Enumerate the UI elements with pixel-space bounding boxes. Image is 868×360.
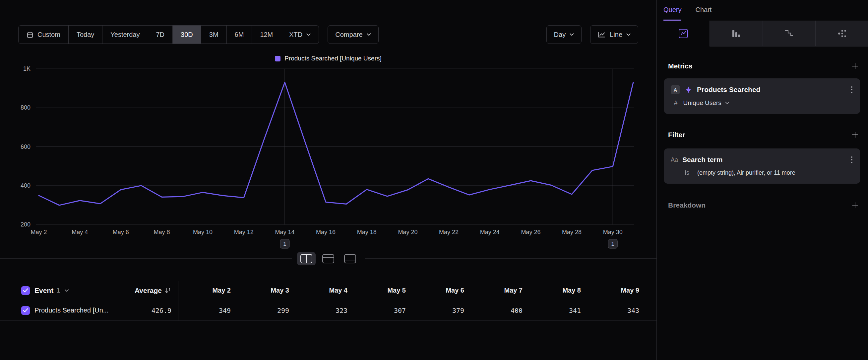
bar-chart-icon — [731, 29, 741, 38]
event-dropdown-icon[interactable] — [65, 289, 69, 292]
svg-text:1: 1 — [283, 241, 286, 247]
cell-value: 323 — [295, 307, 353, 314]
column-header[interactable]: May 5 — [353, 286, 412, 294]
layout-toggle-split-top[interactable] — [319, 252, 338, 265]
add-metric-button[interactable] — [850, 62, 860, 71]
range-button-custom[interactable]: Custom — [19, 26, 68, 44]
plus-icon — [851, 201, 859, 209]
x-axis-label: May 28 — [562, 229, 582, 236]
filter-operator[interactable]: Is — [685, 169, 689, 176]
x-axis-label: May 12 — [234, 229, 254, 236]
filter-value[interactable]: (empty string), Air purifier, or 11 more — [697, 169, 796, 176]
range-button-3m[interactable]: 3M — [201, 26, 226, 44]
column-header[interactable]: May 3 — [237, 286, 295, 294]
metric-name: Products Searched — [697, 86, 846, 94]
x-axis-label: May 2 — [31, 229, 47, 236]
chart-panel: CustomTodayYesterday7D30D3M6M12MXTD Comp… — [0, 0, 656, 360]
line-chart[interactable]: 1K800600400200May 2May 4May 6May 8May 10… — [0, 62, 640, 250]
x-axis-label: May 20 — [398, 229, 417, 236]
layout-toggle-split-columns[interactable] — [297, 252, 316, 265]
range-button-yesterday[interactable]: Yesterday — [102, 26, 148, 44]
svg-text:1: 1 — [611, 241, 614, 247]
range-label: Custom — [37, 31, 60, 38]
split-top-icon — [322, 254, 335, 264]
sort-icon[interactable] — [165, 287, 172, 294]
layout-toggle-row — [0, 252, 656, 266]
metric-card[interactable]: A Products Searched # Unique Users — [664, 78, 860, 114]
granularity-button[interactable]: Day — [547, 25, 582, 44]
chart-legend[interactable]: Products Searched [Unique Users] — [0, 55, 656, 62]
x-axis-label: May 18 — [357, 229, 377, 236]
breakdown-section-header: Breakdown — [664, 201, 860, 210]
kebab-menu-icon[interactable] — [850, 85, 854, 94]
plus-icon — [851, 62, 859, 70]
column-header[interactable]: May 2 — [178, 286, 237, 294]
table-header-first-cell: Event 1 Average — [0, 281, 178, 300]
x-axis-label: May 4 — [72, 229, 88, 236]
report-type-tabs — [657, 21, 868, 47]
add-filter-button[interactable] — [850, 131, 860, 139]
column-header[interactable]: May 7 — [470, 286, 528, 294]
row-name[interactable]: Products Searched [Un... — [34, 307, 108, 314]
chevron-down-icon — [569, 33, 574, 36]
column-header[interactable]: May 8 — [528, 286, 587, 294]
annotation-badge[interactable]: 1 — [608, 239, 617, 248]
x-axis-label: May 30 — [603, 229, 623, 236]
kebab-menu-icon[interactable] — [850, 155, 854, 164]
column-header[interactable]: May 4 — [295, 286, 353, 294]
tab-query[interactable]: Query — [663, 0, 681, 21]
sidebar-tabs: QueryChart — [657, 0, 868, 21]
cell-value: 341 — [528, 307, 587, 314]
compare-button[interactable]: Compare — [328, 25, 378, 44]
range-button-30d[interactable]: 30D — [173, 26, 201, 44]
query-builder: Metrics A Products Searched # Unique Use… — [657, 62, 868, 210]
column-header[interactable]: May 9 — [587, 286, 645, 294]
measure-selector[interactable]: Unique Users — [683, 99, 730, 107]
range-button-6m[interactable]: 6M — [226, 26, 252, 44]
row-average: 426.9 — [152, 307, 172, 314]
tab-chart[interactable]: Chart — [695, 0, 712, 21]
insights-tab[interactable] — [657, 21, 710, 47]
filter-section-header: Filter — [664, 131, 860, 139]
x-axis-label: May 10 — [193, 229, 213, 236]
split-columns-icon — [300, 254, 313, 264]
retention-tab[interactable] — [763, 21, 815, 47]
query-sidebar: QueryChart Metrics A Products Searched # — [656, 0, 868, 360]
measure-label: Unique Users — [683, 99, 721, 107]
chart-type-button[interactable]: Line — [590, 25, 638, 44]
table-row: Products Searched [Un...426.934929932330… — [0, 300, 656, 321]
layout-toggle-split-bottom[interactable] — [341, 252, 360, 265]
layout-toggles — [292, 252, 365, 265]
funnels-tab[interactable] — [710, 21, 762, 47]
y-axis-label: 600 — [21, 143, 31, 150]
filter-card[interactable]: Aa Search term Is (empty string), Air pu… — [664, 148, 860, 184]
range-button-xtd[interactable]: XTD — [281, 26, 319, 44]
row-checkbox[interactable] — [21, 306, 30, 315]
range-button-12m[interactable]: 12M — [252, 26, 281, 44]
flows-tab[interactable] — [815, 21, 868, 47]
annotation-badge[interactable]: 1 — [280, 239, 289, 248]
metric-letter-badge: A — [671, 85, 680, 94]
event-sparkle-icon — [684, 86, 692, 94]
select-all-checkbox[interactable] — [21, 286, 30, 295]
series-line[interactable] — [39, 82, 633, 205]
x-axis-label: May 24 — [480, 229, 500, 236]
average-label: Average — [134, 286, 162, 295]
legend-label: Products Searched [Unique Users] — [284, 55, 382, 62]
x-axis-label: May 6 — [113, 229, 129, 236]
range-button-7d[interactable]: 7D — [148, 26, 173, 44]
granularity-label: Day — [554, 31, 566, 38]
text-type-icon: Aa — [671, 157, 678, 163]
table-header: Event 1 Average May 2May 3May 4May 5May … — [0, 281, 656, 300]
add-breakdown-button[interactable] — [850, 201, 860, 210]
cell-value: 299 — [237, 307, 295, 314]
event-count: 1 — [56, 286, 60, 294]
range-label: 12M — [260, 31, 273, 38]
column-header[interactable]: May 6 — [412, 286, 470, 294]
cell-value: 307 — [353, 307, 412, 314]
cell-value: 349 — [178, 307, 237, 314]
cell-value: 343 — [587, 307, 645, 314]
range-button-today[interactable]: Today — [68, 26, 102, 44]
x-axis-label: May 22 — [439, 229, 459, 236]
y-axis-label: 200 — [21, 221, 31, 228]
